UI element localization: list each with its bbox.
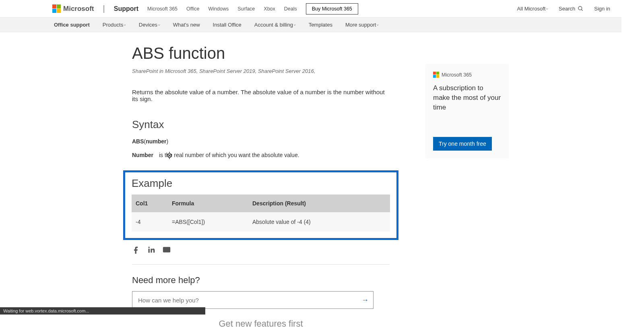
svg-line-1 bbox=[582, 9, 583, 10]
vertical-divider: | bbox=[103, 4, 105, 13]
subnav-account-billing[interactable]: Account & billing bbox=[254, 22, 296, 28]
table-row: -4 =ABS([Col1]) Absolute value of -4 (4) bbox=[132, 212, 390, 232]
nav-windows[interactable]: Windows bbox=[208, 6, 229, 12]
svg-point-3 bbox=[149, 247, 150, 248]
share-bar bbox=[132, 246, 390, 254]
search-icon bbox=[578, 6, 584, 12]
subnav-products[interactable]: Products bbox=[103, 22, 126, 28]
svg-point-0 bbox=[578, 6, 582, 10]
th-col1: Col1 bbox=[132, 195, 168, 212]
help-search-submit-icon[interactable]: → bbox=[357, 296, 373, 304]
browser-status-bar: Waiting for web.vortex.data.microsoft.co… bbox=[0, 307, 205, 315]
th-description: Description (Result) bbox=[248, 195, 390, 212]
promo-logo: Microsoft 365 bbox=[433, 72, 501, 78]
subnav-whatsnew[interactable]: What's new bbox=[173, 22, 200, 28]
svg-rect-2 bbox=[149, 249, 150, 253]
search-label: Search bbox=[559, 6, 575, 12]
intro-paragraph: Returns the absolute value of a number. … bbox=[132, 89, 390, 102]
email-icon[interactable] bbox=[163, 246, 171, 254]
sub-navigation: Office support Products Devices What's n… bbox=[0, 18, 621, 32]
nav-surface[interactable]: Surface bbox=[237, 6, 255, 12]
support-link[interactable]: Support bbox=[114, 5, 138, 12]
article-body: ABS function SharePoint in Microsoft 365… bbox=[132, 44, 390, 327]
nav-xbox[interactable]: Xbox bbox=[264, 6, 275, 12]
all-microsoft-dropdown[interactable]: All Microsoft bbox=[517, 6, 548, 12]
page-title: ABS function bbox=[132, 44, 390, 62]
table-header-row: Col1 Formula Description (Result) bbox=[132, 195, 390, 212]
nav-deals[interactable]: Deals bbox=[284, 6, 297, 12]
nav-office[interactable]: Office bbox=[186, 6, 199, 12]
promo-card: Microsoft 365 A subscription to make the… bbox=[426, 64, 508, 158]
applies-to: SharePoint in Microsoft 365, SharePoint … bbox=[132, 68, 390, 74]
cell-col1: -4 bbox=[132, 212, 168, 232]
th-formula: Formula bbox=[168, 195, 248, 212]
features-teaser: Get new features first bbox=[132, 319, 390, 327]
try-free-button[interactable]: Try one month free bbox=[433, 137, 492, 151]
microsoft-logo[interactable]: Microsoft bbox=[52, 4, 94, 13]
signin-link[interactable]: Sign in bbox=[594, 6, 610, 12]
help-search-input[interactable] bbox=[132, 297, 357, 304]
search-button[interactable]: Search bbox=[559, 6, 584, 12]
brand-text: Microsoft bbox=[63, 5, 94, 13]
subnav-devices[interactable]: Devices bbox=[139, 22, 160, 28]
linkedin-icon[interactable] bbox=[147, 246, 155, 254]
global-header: Microsoft | Support Microsoft 365 Office… bbox=[0, 0, 621, 18]
promo-brand: Microsoft 365 bbox=[442, 72, 472, 78]
need-more-help-heading: Need more help? bbox=[132, 275, 390, 286]
cell-formula: =ABS([Col1]) bbox=[168, 212, 248, 232]
parameter-description: Numberis the real number of which you wa… bbox=[132, 152, 390, 158]
subnav-templates[interactable]: Templates bbox=[309, 22, 332, 28]
microsoft-logo-icon bbox=[52, 4, 61, 13]
help-search-box: → bbox=[132, 291, 374, 309]
facebook-icon[interactable] bbox=[132, 246, 140, 254]
microsoft-logo-icon bbox=[433, 72, 439, 78]
product-links: Microsoft 365 Office Windows Surface Xbo… bbox=[147, 6, 297, 12]
nav-microsoft365[interactable]: Microsoft 365 bbox=[147, 6, 178, 12]
example-highlight-box: Example Col1 Formula Description (Result… bbox=[123, 170, 398, 240]
syntax-heading: Syntax bbox=[132, 118, 390, 131]
subnav-install-office[interactable]: Install Office bbox=[213, 22, 242, 28]
subnav-office-support[interactable]: Office support bbox=[54, 22, 90, 28]
example-table: Col1 Formula Description (Result) -4 =AB… bbox=[132, 195, 390, 232]
subnav-more-support[interactable]: More support bbox=[345, 22, 379, 28]
buy-microsoft365-button[interactable]: Buy Microsoft 365 bbox=[306, 3, 358, 14]
promo-text: A subscription to make the most of your … bbox=[433, 83, 501, 112]
syntax-signature: ABS(number) bbox=[132, 138, 390, 145]
cell-description: Absolute value of -4 (4) bbox=[248, 212, 390, 232]
example-heading: Example bbox=[132, 177, 390, 190]
